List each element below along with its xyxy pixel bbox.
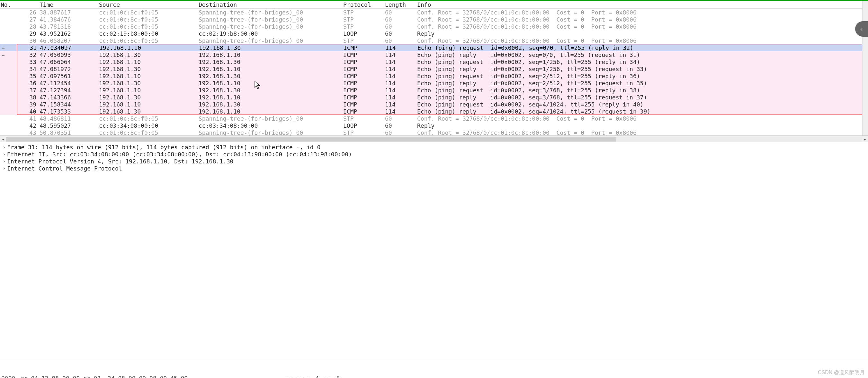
protocol-tree-item[interactable]: ›Ethernet II, Src: cc:03:34:08:00:00 (cc…: [1, 150, 867, 157]
col-header-protocol[interactable]: Protocol: [343, 1, 385, 8]
cell-length: 60: [385, 30, 417, 37]
packet-row[interactable]: 2638.887617cc:01:0c:8c:f0:05Spanning-tre…: [0, 9, 868, 16]
cell-info: Echo (ping) reply id=0x0002, seq=4/1024,…: [417, 108, 868, 115]
protocol-tree-item[interactable]: ›Internet Control Message Protocol: [1, 165, 867, 172]
cell-info: Echo (ping) reply id=0x0002, seq=2/512, …: [417, 80, 868, 87]
scroll-thumb[interactable]: [6, 137, 616, 142]
vertical-scrollbar[interactable]: [862, 1, 868, 136]
cell-destination: Spanning-tree-(for-bridges)_00: [198, 16, 343, 23]
cell-time: 47.127394: [39, 87, 99, 94]
protocol-tree-item[interactable]: ›Internet Protocol Version 4, Src: 192.1…: [1, 157, 867, 165]
packet-row[interactable]: 3647.112454192.168.1.30192.168.1.10ICMP1…: [0, 80, 868, 87]
hex-line[interactable]: 0000cc 04 13 98 00 00 cc 03 34 08 00 00 …: [1, 375, 867, 378]
col-header-length[interactable]: Length: [385, 1, 417, 8]
packet-row[interactable]: 3447.081972192.168.1.30192.168.1.10ICMP1…: [0, 65, 868, 72]
packet-row[interactable]: 3947.158344192.168.1.10192.168.1.30ICMP1…: [0, 101, 868, 108]
side-drawer-tab[interactable]: ‹: [855, 21, 868, 37]
chevron-left-icon: ‹: [859, 25, 864, 33]
hex-bytes: cc 04 13 98 00 00 cc 03 34 08 00 00 08 0…: [21, 375, 284, 378]
cell-protocol: STP: [343, 9, 385, 16]
col-header-no[interactable]: No.: [0, 1, 39, 8]
packet-row[interactable]: 2943.952162cc:02:19:b8:00:00cc:02:19:b8:…: [0, 30, 868, 37]
horizontal-scrollbar[interactable]: ◄ ►: [0, 136, 868, 142]
cell-destination: 192.168.1.10: [198, 80, 343, 87]
cell-source: 192.168.1.30: [99, 52, 198, 58]
cell-time: 47.097561: [39, 73, 99, 80]
cell-time: 50.870351: [39, 129, 99, 136]
tree-item-label: Ethernet II, Src: cc:03:34:08:00:00 (cc:…: [7, 151, 352, 157]
cell-time: 43.781318: [39, 23, 99, 30]
cell-length: 60: [385, 37, 417, 44]
cell-time: 47.066064: [39, 59, 99, 65]
expand-icon[interactable]: ›: [1, 158, 7, 164]
expand-icon[interactable]: ›: [1, 144, 7, 150]
protocol-tree-item[interactable]: ›Frame 31: 114 bytes on wire (912 bits),…: [1, 144, 867, 150]
col-header-destination[interactable]: Destination: [198, 1, 343, 8]
cell-destination: cc:03:34:08:00:00: [198, 122, 343, 129]
packet-row[interactable]: 4248.595027cc:03:34:08:00:00cc:03:34:08:…: [0, 122, 868, 129]
cell-length: 114: [385, 59, 417, 65]
cell-protocol: ICMP: [343, 80, 385, 87]
cell-source: 192.168.1.10: [99, 59, 198, 65]
cell-info: Conf. Root = 32768/0/cc:01:0c:8c:00:00 C…: [417, 37, 868, 44]
cell-length: 60: [385, 9, 417, 16]
cell-time: 47.158344: [39, 101, 99, 108]
packet-row[interactable]: 3547.097561192.168.1.10192.168.1.30ICMP1…: [0, 72, 868, 80]
cell-time: 47.081972: [39, 66, 99, 72]
cell-no: 27: [18, 16, 39, 23]
col-header-info[interactable]: Info: [417, 1, 868, 8]
packet-row[interactable]: 4047.173533192.168.1.30192.168.1.10ICMP1…: [0, 108, 868, 115]
cell-length: 114: [385, 108, 417, 115]
packet-row[interactable]: 3747.127394192.168.1.10192.168.1.30ICMP1…: [0, 87, 868, 94]
cell-info: Conf. Root = 32768/0/cc:01:0c:8c:00:00 C…: [417, 16, 868, 23]
cell-source: cc:01:0c:8c:f0:05: [99, 129, 198, 136]
expand-icon[interactable]: ›: [1, 166, 7, 171]
packet-row[interactable]: 2843.781318cc:01:0c:8c:f0:05Spanning-tre…: [0, 23, 868, 30]
cell-destination: 192.168.1.30: [198, 73, 343, 80]
cell-source: cc:01:0c:8c:f0:05: [99, 37, 198, 44]
cell-protocol: STP: [343, 37, 385, 44]
cell-no: 31: [18, 45, 40, 51]
cell-time: 47.112454: [39, 80, 99, 87]
packet-row[interactable]: 4350.870351cc:01:0c:8c:f0:05Spanning-tre…: [0, 129, 868, 136]
packet-list-header[interactable]: No. Time Source Destination Protocol Len…: [0, 1, 868, 9]
packet-bytes-pane[interactable]: 0000cc 04 13 98 00 00 cc 03 34 08 00 00 …: [0, 359, 868, 378]
col-header-source[interactable]: Source: [99, 1, 198, 8]
cell-info: Echo (ping) request id=0x0002, seq=2/512…: [417, 73, 868, 80]
cell-protocol: ICMP: [343, 87, 385, 94]
packet-row[interactable]: 3147.034097192.168.1.10192.168.1.30ICMP1…: [0, 44, 868, 51]
cell-info: Echo (ping) reply id=0x0002, seq=0/0, tt…: [417, 52, 868, 58]
scroll-track[interactable]: [6, 137, 862, 142]
cell-no: 38: [18, 94, 39, 101]
cell-no: 42: [18, 122, 39, 129]
packet-row[interactable]: 3247.050093192.168.1.30192.168.1.10ICMP1…: [0, 51, 868, 58]
packet-row[interactable]: 4148.486811cc:01:0c:8c:f0:05Spanning-tre…: [0, 115, 868, 122]
expand-icon[interactable]: ›: [1, 151, 7, 157]
packet-row[interactable]: 3046.058207cc:01:0c:8c:f0:05Spanning-tre…: [0, 37, 868, 44]
scroll-left-icon[interactable]: ◄: [0, 137, 6, 142]
cell-length: 60: [385, 129, 417, 136]
cell-no: 26: [18, 9, 39, 16]
cell-no: 36: [18, 80, 39, 87]
cell-protocol: LOOP: [343, 30, 385, 37]
packet-row[interactable]: 3347.066064192.168.1.10192.168.1.30ICMP1…: [0, 58, 868, 65]
packet-row[interactable]: 2741.384676cc:01:0c:8c:f0:05Spanning-tre…: [0, 16, 868, 23]
cell-protocol: ICMP: [343, 101, 385, 108]
watermark-text: CSDN @遗风醉明月: [818, 369, 865, 376]
cell-destination: Spanning-tree-(for-bridges)_00: [198, 115, 343, 122]
cell-time: 47.050093: [39, 52, 99, 58]
cell-source: 192.168.1.10: [99, 45, 199, 51]
col-header-time[interactable]: Time: [39, 1, 99, 8]
cell-info: Conf. Root = 32768/0/cc:01:0c:8c:00:00 C…: [417, 9, 868, 16]
packet-gutter: → ←: [0, 9, 16, 136]
cell-info: Reply: [417, 30, 868, 37]
cell-destination: 192.168.1.10: [198, 94, 343, 101]
packet-row[interactable]: 3847.143366192.168.1.30192.168.1.10ICMP1…: [0, 94, 868, 101]
tree-item-label: Frame 31: 114 bytes on wire (912 bits), …: [7, 144, 320, 150]
cell-no: 34: [18, 66, 39, 72]
cell-time: 41.384676: [39, 16, 99, 23]
scroll-right-icon[interactable]: ►: [862, 137, 868, 142]
cell-length: 114: [385, 80, 417, 87]
packet-details-pane[interactable]: ›Frame 31: 114 bytes on wire (912 bits),…: [0, 142, 868, 359]
cell-length: 60: [385, 115, 417, 122]
